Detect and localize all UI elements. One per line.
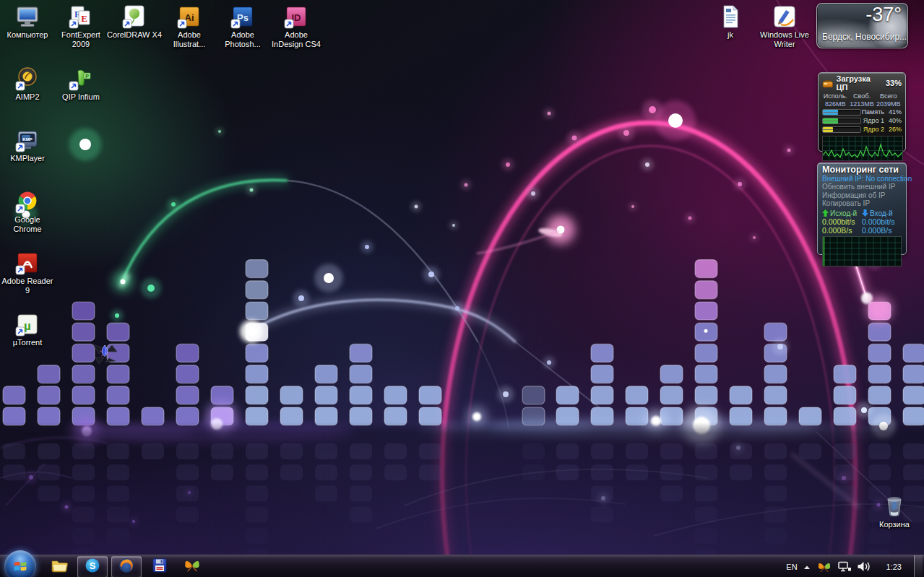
start-button[interactable] [4,550,36,577]
indesign-icon: ID [284,4,308,29]
desktop-icon-qip[interactable]: PQIP Infium [53,66,108,102]
desktop-icon-document[interactable]: jk [703,4,758,40]
desktop-icon-recycle-bin[interactable]: Корзина [867,494,922,529]
mem-col-total: Всего [880,92,897,100]
desktop-icon-kmplayer[interactable]: KMPKMPlayer [0,128,55,163]
taskbar-buttons: S [45,555,207,577]
desktop-icon-label: Adobe InDesign CS4 [269,30,324,49]
taskbar-button-floppy-save[interactable] [145,557,174,577]
show-desktop-button[interactable] [914,555,923,577]
explorer-icon [51,557,68,577]
taskbar-button-qip-butterfly[interactable] [178,557,207,577]
weather-gadget[interactable]: -37° Бердск, Новосибир... [816,3,908,48]
cpu-gadget-title: Загрузка ЦП [837,74,883,92]
coreldraw-icon [122,4,147,29]
desktop-icon-label: Компьютер [0,30,55,40]
ip-info-link[interactable]: Информация об IP [822,191,902,200]
qip-butterfly-tray-icon[interactable] [816,560,832,574]
mem-used-value: 826MB [825,100,846,108]
desktop-icon-computer[interactable]: Компьютер [0,4,55,40]
meter-track [822,118,861,124]
language-indicator[interactable]: EN [786,563,797,571]
svg-text:KMP: KMP [22,137,32,142]
volume-icon[interactable] [857,560,871,573]
taskbar-clock[interactable]: 1:23 [886,563,902,571]
taskbar-button-explorer[interactable] [45,557,74,577]
external-ip-value: No connection [865,175,912,183]
desktop-icon-aimp[interactable]: AIMP2 [0,66,55,102]
copy-ip-link[interactable]: Копировать IP [822,199,902,208]
desktop-icon-coreldraw[interactable]: CorelDRAW X4 [107,4,162,40]
chrome-icon [15,189,40,214]
desktop-icon-label: AIMP2 [0,92,55,102]
meter-track [822,126,861,133]
mouse-cursor [90,337,120,367]
desktop-icon-label: Adobe Photosh... [215,30,270,49]
network-history-graph [822,236,902,266]
qip-butterfly-icon [183,557,201,577]
desktop-wallpaper [0,0,924,577]
download-arrow-icon [862,209,868,217]
desktop: КомпьютерFEFontExpert 2009CorelDRAW X4Ai… [0,0,924,577]
meter-value: 41% [884,108,902,116]
desktop-icon-indesign[interactable]: IDAdobe InDesign CS4 [269,4,324,49]
aimp-icon [15,66,40,91]
taskbar-button-skype[interactable]: S [77,556,108,577]
desktop-icon-label: Корзина [867,520,922,529]
desktop-icon-label: CorelDRAW X4 [107,30,162,40]
desktop-icon-utorrent[interactable]: µµTorrent [0,312,55,347]
meter-value: 40% [884,117,902,124]
fontexpert-icon: FE [69,4,93,29]
utorrent-icon: µ [15,312,40,337]
mem-col-used: Исполь. [824,92,847,100]
desktop-icon-label: Adobe Reader 9 [0,277,55,295]
cpu-gadget[interactable]: Загрузка ЦП 33% Исполь. Своб. Всего 826M… [818,72,906,152]
cpu-total-percent: 33% [886,79,902,87]
desktop-icon-label: KMPlayer [0,154,55,163]
desktop-icon-livewriter[interactable]: Windows Live Writer [757,4,812,49]
qip-icon: P [69,66,93,91]
firefox-icon [118,557,135,577]
taskbar-button-firefox[interactable] [111,556,142,577]
desktop-icon-fontexpert[interactable]: FEFontExpert 2009 [53,4,108,49]
meter-label: Ядро 2 [861,126,884,133]
tray-expand-icon[interactable] [803,563,811,571]
desktop-icon-illustrator[interactable]: AiAdobe Illustrat... [162,4,217,49]
kmplayer-icon: KMP [15,128,40,152]
upload-arrow-icon [822,209,829,217]
mem-col-free: Своб. [853,92,871,100]
svg-text:E: E [81,13,87,24]
desktop-icon-label: Google Chrome [0,215,55,234]
desktop-icon-label: Windows Live Writer [757,30,812,49]
desktop-icon-label: Adobe Illustrat... [162,30,217,49]
floppy-save-icon [151,557,168,577]
download-rate-bytes: 0.000B/s [862,226,902,235]
upload-label: Исход-й [830,209,857,217]
upload-rate-bytes: 0.000B/s [822,226,862,235]
network-status-icon[interactable] [837,560,852,573]
reader-icon [15,251,40,275]
weather-temperature: -37° [865,4,902,26]
cpu-history-graph [822,136,903,161]
svg-text:S: S [90,560,96,571]
wallpaper-art [0,0,924,577]
desktop-icon-label: jk [703,30,758,40]
photoshop-icon: Ps [230,4,255,29]
computer-icon [15,4,40,29]
upload-rate-bits: 0.000bit/s [822,217,862,226]
external-ip-label: Внешний IP: [822,175,863,183]
meter-label: Ядро 1 [861,117,884,124]
desktop-icon-photoshop[interactable]: PsAdobe Photosh... [215,4,270,49]
desktop-icon-chrome[interactable]: Google Chrome [0,189,55,234]
weather-location: Бердск, Новосибир... [822,32,907,42]
download-rate-bits: 0.000bit/s [862,217,902,226]
recycle-bin-icon [882,494,907,519]
cpu-meter-2: Ядро 226% [819,125,905,134]
desktop-icon-reader[interactable]: Adobe Reader 9 [0,251,55,295]
desktop-icon-label: µTorrent [0,338,55,347]
cpu-meter-1: Ядро 140% [819,116,905,125]
refresh-ip-link[interactable]: Обновить внешний IP [822,183,902,191]
network-monitor-gadget[interactable]: Мониторинг сети Внешний IP: No connectio… [817,162,907,255]
illustrator-icon: Ai [177,4,202,29]
windows-flag-icon [12,558,28,574]
